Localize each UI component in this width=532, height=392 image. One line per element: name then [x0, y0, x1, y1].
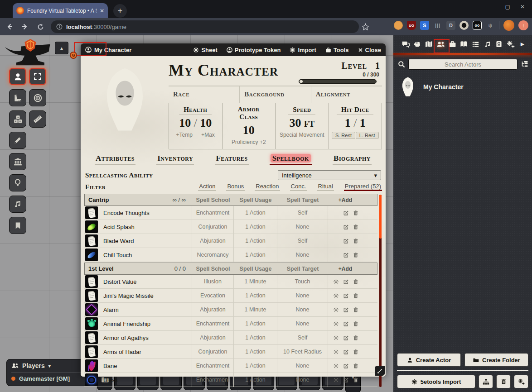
minimize-icon[interactable]: —: [490, 4, 495, 10]
edit-icon[interactable]: [343, 279, 349, 285]
spell-icon[interactable]: [85, 331, 98, 344]
alignment-field[interactable]: Alignment: [311, 86, 382, 103]
sidebar-tab-combat[interactable]: [411, 40, 423, 48]
prepare-icon[interactable]: [333, 293, 339, 299]
player-row[interactable]: Gamemaster [GM]: [11, 375, 91, 382]
speed-value[interactable]: 30 ft: [278, 116, 326, 130]
filter-concentration[interactable]: Conc.: [291, 183, 306, 191]
spell-icon[interactable]: [85, 289, 98, 302]
sidebar-tab-actors[interactable]: [435, 40, 446, 48]
section-slots[interactable]: 0 / 0: [174, 265, 192, 272]
window-header[interactable]: My Character Sheet Prototype Token Impor…: [81, 43, 386, 56]
trash-icon[interactable]: [353, 210, 358, 216]
temp-hp-field[interactable]: +Temp: [176, 132, 193, 138]
actor-avatar[interactable]: [398, 77, 418, 97]
sidebar-tab-compendium[interactable]: [493, 40, 505, 48]
players-header[interactable]: Players ▾: [11, 362, 91, 373]
section-slots[interactable]: ∞ / ∞: [173, 196, 192, 203]
spell-row[interactable]: Jim's Magic Missile Evocation 1 Action N…: [84, 289, 377, 303]
actor-name[interactable]: My Character: [423, 83, 464, 91]
edit-icon[interactable]: [343, 377, 349, 383]
folder-tree-button[interactable]: [479, 375, 493, 388]
spell-row[interactable]: Chill Touch Necromancy 1 Action None: [84, 248, 377, 262]
lighting-controls-button[interactable]: [9, 174, 26, 191]
spell-icon[interactable]: [85, 373, 98, 386]
reload-button[interactable]: [34, 21, 46, 33]
spell-name[interactable]: Bane: [100, 363, 192, 369]
tab-inventory[interactable]: Inventory: [155, 154, 195, 163]
spell-row[interactable]: Distort Value Illusion 1 Minute Touch: [84, 275, 377, 289]
edit-icon[interactable]: [343, 293, 349, 299]
prepare-icon[interactable]: [333, 335, 339, 341]
sidebar-tab-items[interactable]: [446, 40, 458, 48]
create-folder-button[interactable]: Create Folder: [464, 353, 528, 367]
prepare-icon[interactable]: [333, 321, 339, 327]
forward-button[interactable]: [19, 21, 31, 33]
sidebar-collapse-button[interactable]: ▶: [517, 41, 528, 47]
prepare-icon[interactable]: [333, 349, 339, 355]
spell-icon[interactable]: [85, 303, 98, 316]
sidebar-tab-chat[interactable]: [400, 40, 411, 48]
browser-tab[interactable]: Foundry Virtual Tabletop • A Stan ✕: [13, 3, 108, 18]
tempmax-hp-field[interactable]: +Max: [201, 132, 215, 138]
spell-name[interactable]: Armor of Agathys: [100, 335, 192, 341]
toggle-folders-icon[interactable]: [521, 61, 528, 68]
tab-close-icon[interactable]: ✕: [100, 8, 104, 14]
filter-ritual[interactable]: Ritual: [318, 183, 333, 191]
spell-row[interactable]: Armor of Agathys Abjuration 1 Action Sel…: [84, 331, 377, 345]
scrollbar-thumb[interactable]: [379, 195, 382, 239]
delete-all-button[interactable]: [496, 375, 511, 388]
5etools-import-button[interactable]: 5etools Import: [397, 375, 475, 388]
edit-icon[interactable]: [343, 210, 349, 216]
back-button[interactable]: [4, 21, 15, 33]
sidebar-tab-settings[interactable]: [505, 40, 517, 48]
trash-icon[interactable]: [353, 279, 358, 285]
sliders-extension-icon[interactable]: |||: [433, 21, 442, 30]
trash-icon[interactable]: [353, 377, 358, 383]
prepare-icon[interactable]: [333, 279, 339, 285]
filter-reaction[interactable]: Reaction: [256, 183, 279, 191]
filter-action[interactable]: Action: [199, 183, 215, 191]
trash-icon[interactable]: [353, 335, 358, 341]
spell-icon[interactable]: [85, 275, 98, 288]
hp-value[interactable]: 10 / 10: [172, 116, 219, 130]
resize-handle-icon[interactable]: [375, 366, 385, 376]
scrollbar[interactable]: [379, 195, 382, 387]
actor-list-item[interactable]: My Character: [393, 73, 532, 100]
eye-extension-icon[interactable]: [459, 21, 469, 30]
spell-icon[interactable]: [85, 359, 98, 372]
tools-button[interactable]: Tools: [325, 47, 349, 53]
update-browser-icon[interactable]: ↑: [518, 20, 528, 30]
maximize-icon[interactable]: ▢: [505, 4, 510, 10]
prototype-token-button[interactable]: Prototype Token: [227, 47, 281, 53]
drawing-controls-button[interactable]: [9, 132, 26, 149]
spell-icon[interactable]: [85, 206, 98, 219]
spell-row[interactable]: Acid Splash Conjuration 1 Action None: [84, 220, 377, 234]
trash-icon[interactable]: [353, 238, 358, 244]
spell-row[interactable]: Arms of Hadar Conjuration 1 Action 10 Fe…: [84, 345, 377, 359]
spell-icon[interactable]: [85, 317, 98, 330]
trash-icon[interactable]: [353, 363, 358, 369]
target-tool-button[interactable]: [29, 89, 46, 106]
edit-icon[interactable]: [343, 363, 349, 369]
token-controls-button[interactable]: [9, 68, 26, 85]
bookmark-star-icon[interactable]: [362, 23, 369, 31]
add-spell-button[interactable]: +Add: [328, 266, 363, 272]
close-sheet-button[interactable]: Close: [358, 47, 381, 53]
spell-row[interactable]: Blade Ward Abjuration 1 Action Self: [84, 234, 377, 248]
special-movement-button[interactable]: Special Movement: [280, 132, 324, 138]
short-rest-button[interactable]: S. Rest: [332, 132, 355, 139]
filter-bonus[interactable]: Bonus: [227, 183, 244, 191]
trash-icon[interactable]: [353, 293, 358, 299]
spell-icon[interactable]: [85, 220, 98, 233]
measure-controls-button[interactable]: [9, 89, 26, 106]
profile-avatar[interactable]: [503, 20, 514, 31]
ac-value[interactable]: 10: [225, 124, 273, 137]
game-canvas[interactable]: ▲ Players ▾ Gamemaster [GM]: [0, 35, 532, 392]
cookie-extension-icon[interactable]: [394, 21, 403, 30]
spell-name[interactable]: Blade Ward: [100, 238, 192, 244]
spell-row[interactable]: Alarm Abjuration 1 Minute None: [84, 303, 377, 317]
sound-controls-button[interactable]: [9, 196, 26, 213]
address-bar[interactable]: localhost:30000/game: [51, 20, 359, 33]
search-input[interactable]: Search Actors: [408, 59, 517, 70]
